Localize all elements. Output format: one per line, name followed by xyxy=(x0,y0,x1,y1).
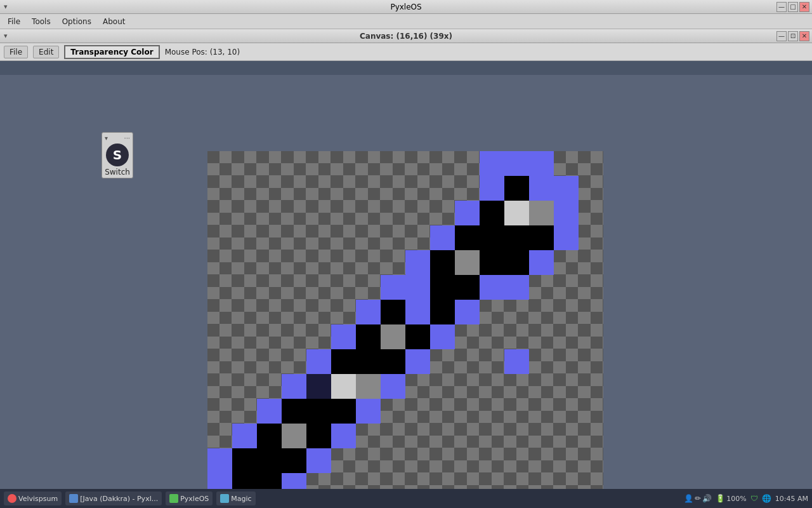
java-icon xyxy=(69,494,78,503)
taskbar-item-java[interactable]: [Java (Dakkra) - Pyxl... xyxy=(65,491,162,505)
taskbar-antivirus: 🛡 xyxy=(750,494,758,503)
canvas-window: ▾ Canvas: (16,16) (39x) — ⊡ ✕ File Edit … xyxy=(0,29,812,508)
canvas-title: Canvas: (16,16) (39x) xyxy=(360,32,452,41)
canvas-title-bar: ▾ Canvas: (16,16) (39x) — ⊡ ✕ xyxy=(0,29,812,43)
switch-tool-label: Switch xyxy=(105,168,130,177)
canvas-minimize-button[interactable]: — xyxy=(776,31,787,41)
menu-bar: File Tools Options About xyxy=(0,14,812,29)
title-bar: ▾ PyxleOS — □ ✕ xyxy=(0,0,812,14)
taskbar-item-pyxleos[interactable]: PyxleOS xyxy=(166,491,213,505)
maximize-button[interactable]: □ xyxy=(788,2,798,12)
switch-tool-letter: S xyxy=(113,147,122,163)
magic-label: Magic xyxy=(231,495,251,503)
java-label: [Java (Dakkra) - Pyxl... xyxy=(80,495,158,503)
switch-tool-icon[interactable]: S xyxy=(106,144,129,166)
browser-icon: 🌐 xyxy=(762,494,771,503)
pen-icon: ✏️ xyxy=(695,494,701,503)
menu-about[interactable]: About xyxy=(98,16,130,27)
tool-panel-header: ▾ ··· xyxy=(103,134,131,142)
person-icon: 👤 xyxy=(684,494,693,503)
pyxleos-label: PyxleOS xyxy=(180,495,209,503)
taskbar-browser: 🌐 xyxy=(762,494,771,503)
velvispsum-label: Velvispsum xyxy=(18,495,58,503)
battery-percent: 100% xyxy=(726,495,746,503)
transparency-color-button[interactable]: Transparency Color xyxy=(64,45,159,59)
canvas-dropdown-icon[interactable]: ▾ xyxy=(4,32,8,40)
canvas-title-controls: — ⊡ ✕ xyxy=(776,31,809,41)
menu-file[interactable]: File xyxy=(3,16,25,27)
canvas-toolbar: File Edit Transparency Color Mouse Pos: … xyxy=(0,43,812,61)
app-title: PyxleOS xyxy=(390,3,421,11)
canvas-area: ▾ ··· S Switch xyxy=(0,75,812,489)
taskbar-item-magic[interactable]: Magic xyxy=(216,491,255,505)
taskbar-item-velvispsum[interactable]: Velvispsum xyxy=(4,491,62,505)
taskbar-time: 10:45 AM xyxy=(775,495,808,503)
menu-options[interactable]: Options xyxy=(57,16,96,27)
clock-time: 10:45 AM xyxy=(775,495,808,503)
mouse-position: Mouse Pos: (13, 10) xyxy=(165,48,240,57)
tool-panel-dropdown[interactable]: ▾ xyxy=(105,135,108,142)
canvas-file-button[interactable]: File xyxy=(4,46,28,58)
battery-icon: 🔋 xyxy=(716,494,725,503)
taskbar-battery: 🔋 100% xyxy=(716,494,746,503)
magic-icon xyxy=(220,494,229,503)
volume-icon[interactable]: 🔊 xyxy=(702,494,712,503)
taskbar-right: 👤 ✏️ 🔊 🔋 100% 🛡 🌐 10:45 AM xyxy=(684,494,808,503)
tool-panel: ▾ ··· S Switch xyxy=(102,132,133,178)
pyxleos-icon xyxy=(169,494,178,503)
shield-icon: 🛡 xyxy=(750,494,758,503)
canvas-close-button[interactable]: ✕ xyxy=(799,31,809,41)
velvispsum-icon xyxy=(8,494,16,503)
title-controls: — □ ✕ xyxy=(776,2,809,12)
menu-tools[interactable]: Tools xyxy=(27,16,56,27)
close-button[interactable]: ✕ xyxy=(799,2,809,12)
canvas-edit-button[interactable]: Edit xyxy=(33,46,59,58)
taskbar: Velvispsum [Java (Dakkra) - Pyxl... Pyxl… xyxy=(0,489,812,508)
pixel-canvas[interactable] xyxy=(207,151,603,508)
taskbar-system-icons: 👤 ✏️ 🔊 xyxy=(684,494,712,503)
tool-panel-dots: ··· xyxy=(124,135,130,142)
minimize-button[interactable]: — xyxy=(776,2,787,12)
title-dropdown[interactable]: ▾ xyxy=(4,3,8,11)
canvas-restore-button[interactable]: ⊡ xyxy=(788,31,798,41)
